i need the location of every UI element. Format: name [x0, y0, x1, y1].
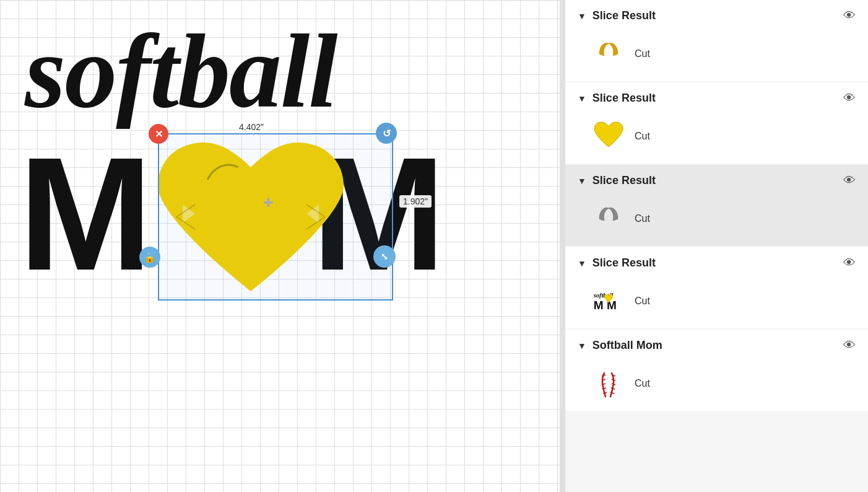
selection-box [158, 133, 393, 301]
rotate-icon: ↺ [383, 128, 391, 139]
visibility-icon-5[interactable]: 👁 [843, 338, 856, 353]
svg-line-9 [612, 384, 615, 385]
design-container: softball M M ✚ 4.402" 1.902" [12, 12, 545, 347]
right-panel: ▼ Slice Result 👁 Cut ▼ Slice Result 👁 [565, 0, 868, 492]
chevron-icon-2: ▼ [578, 94, 586, 103]
visibility-icon-1[interactable]: 👁 [843, 9, 856, 23]
panel-divider [560, 0, 565, 492]
canvas-area: softball M M ✚ 4.402" 1.902" [0, 0, 560, 492]
slice-title-3: Slice Result [592, 174, 656, 187]
slice-section-3: ▼ Slice Result 👁 Cut [565, 165, 868, 246]
slice-section-2: ▼ Slice Result 👁 Cut [565, 82, 868, 164]
slice-header-2[interactable]: ▼ Slice Result 👁 [565, 82, 868, 114]
slice-content-1: Cut [565, 32, 868, 81]
slice-content-3: Cut [565, 196, 868, 246]
slice-header-left-5: ▼ Softball Mom [578, 339, 662, 352]
slice-thumbnail-1 [592, 38, 625, 70]
svg-line-10 [611, 388, 615, 389]
chevron-icon-5: ▼ [578, 341, 586, 351]
visibility-icon-3[interactable]: 👁 [843, 174, 856, 188]
slice-title-2: Slice Result [592, 92, 656, 105]
slice-content-2: Cut [565, 114, 868, 164]
slice-header-3[interactable]: ▼ Slice Result 👁 [565, 165, 868, 196]
slice-thumbnail-2 [592, 120, 625, 152]
slice-header-left-1: ▼ Slice Result [578, 9, 656, 22]
dimension-height: 1.902" [399, 195, 432, 208]
slice-label-5: Cut [635, 378, 650, 389]
slice-section-5: ▼ Softball Mom 👁 [565, 330, 868, 411]
crosshair: ✚ [263, 195, 274, 210]
svg-line-2 [602, 375, 605, 376]
slice-thumbnail-3 [592, 203, 625, 235]
slice-header-left-2: ▼ Slice Result [578, 92, 656, 105]
slice-section-4: ▼ Slice Result 👁 softball M M Cut [565, 247, 868, 328]
slice-header-left-4: ▼ Slice Result [578, 257, 656, 270]
lock-icon: 🔒 [144, 252, 156, 263]
slice-label-3: Cut [635, 213, 650, 224]
visibility-icon-4[interactable]: 👁 [843, 256, 856, 270]
slice-label-2: Cut [635, 131, 650, 142]
slice-title-1: Slice Result [592, 9, 656, 22]
slice-label-4: Cut [635, 296, 650, 307]
slice-thumbnail-5 [592, 367, 625, 400]
dimension-width: 4.402" [235, 121, 267, 133]
slice-title-4: Slice Result [592, 257, 656, 270]
slice-header-left-3: ▼ Slice Result [578, 174, 656, 187]
scale-icon: ⤡ [381, 252, 388, 261]
slice-label-1: Cut [635, 48, 650, 59]
slice-header-1[interactable]: ▼ Slice Result 👁 [565, 0, 868, 32]
slice-content-4: softball M M Cut [565, 279, 868, 328]
rotate-handle[interactable]: ↺ [376, 123, 397, 144]
scale-handle[interactable]: ⤡ [373, 245, 396, 268]
svg-line-8 [612, 379, 615, 380]
lock-handle[interactable]: 🔒 [139, 247, 160, 268]
softball-text: softball [25, 19, 336, 124]
slice-content-5: Cut [565, 361, 868, 411]
svg-text:M M: M M [594, 299, 617, 312]
chevron-icon-1: ▼ [578, 11, 586, 21]
slice-thumbnail-4: softball M M [592, 285, 625, 317]
delete-handle[interactable]: ✕ [149, 124, 168, 144]
x-icon: ✕ [155, 128, 163, 140]
chevron-icon-3: ▼ [578, 176, 586, 186]
visibility-icon-2[interactable]: 👁 [843, 91, 856, 105]
slice-section-1: ▼ Slice Result 👁 Cut [565, 0, 868, 81]
slice-header-5[interactable]: ▼ Softball Mom 👁 [565, 330, 868, 361]
slice-title-5: Softball Mom [592, 339, 662, 352]
chevron-icon-4: ▼ [578, 258, 586, 268]
slice-header-4[interactable]: ▼ Slice Result 👁 [565, 247, 868, 279]
